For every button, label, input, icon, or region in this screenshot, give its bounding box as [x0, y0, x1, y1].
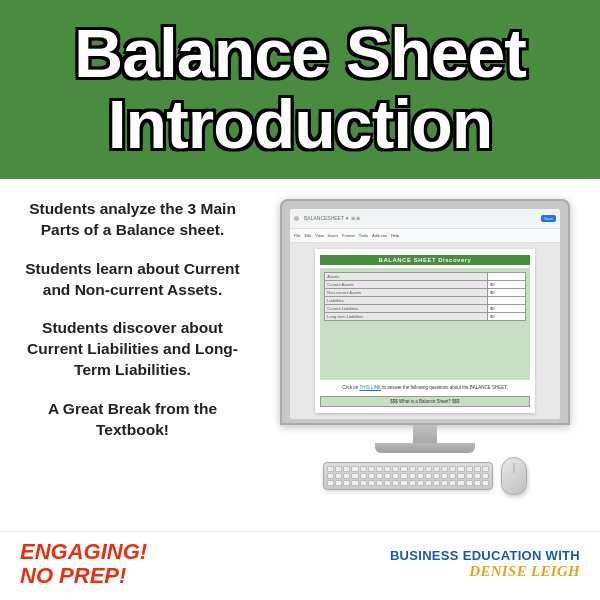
- key: [425, 473, 432, 479]
- table-cell: Liabilities: [325, 296, 488, 304]
- key: [482, 473, 489, 479]
- screen-body: BALANCE SHEET Discovery Assets Cu: [290, 243, 560, 419]
- bullet-4: A Great Break from the Textbook!: [15, 399, 250, 441]
- key: [335, 480, 342, 486]
- key: [351, 480, 358, 486]
- key: [449, 466, 456, 472]
- text-column: Students analyze the 3 Main Parts of a B…: [15, 199, 255, 521]
- table-cell: Long-term Liabilities: [325, 312, 488, 320]
- key: [425, 466, 432, 472]
- key: [417, 466, 424, 472]
- brand-text: BUSINESS EDUCATION WITH Denise Leigh: [390, 548, 580, 580]
- save-button[interactable]: Save: [541, 215, 556, 222]
- table-cell: [487, 296, 525, 304]
- key: [433, 480, 440, 486]
- key: [368, 480, 375, 486]
- tab-text: BALANCESHEET ✦ ⊕ ⊕: [304, 215, 360, 221]
- brand-name: Denise Leigh: [469, 563, 580, 579]
- key: [327, 480, 334, 486]
- key: [433, 466, 440, 472]
- key: [384, 473, 391, 479]
- key: [409, 480, 416, 486]
- key: [327, 466, 334, 472]
- toolbar-edit: Edit: [303, 233, 312, 238]
- no-prep-line: NO PREP!: [20, 564, 147, 588]
- key: [327, 473, 334, 479]
- bullet-3: Students discover about Current Liabilit…: [15, 318, 250, 381]
- key: [360, 466, 367, 472]
- table-row: Long-term Liabilities $0: [325, 312, 525, 320]
- key: [335, 466, 342, 472]
- engaging-text: ENGAGING! NO PREP!: [20, 540, 147, 588]
- key: [368, 473, 375, 479]
- table-row: Liabilities: [325, 296, 525, 304]
- key: [466, 480, 473, 486]
- screen-topbar: BALANCESHEET ✦ ⊕ ⊕ Save: [290, 209, 560, 229]
- monitor-column: BALANCESHEET ✦ ⊕ ⊕ Save File Edit View I…: [265, 199, 585, 521]
- key: [368, 466, 375, 472]
- key: [474, 480, 481, 486]
- key: [343, 480, 350, 486]
- key: [482, 480, 489, 486]
- key: [351, 473, 358, 479]
- key: [409, 466, 416, 472]
- doc-link-text: Click on THIS LINK to answer the followi…: [320, 383, 529, 392]
- key: [360, 480, 367, 486]
- key: [392, 473, 399, 479]
- table-cell: Current Assets: [325, 280, 488, 288]
- keyboard: [323, 462, 493, 490]
- key: [376, 480, 383, 486]
- doc-page: BALANCE SHEET Discovery Assets Cu: [315, 249, 534, 413]
- key: [441, 473, 448, 479]
- key: [384, 466, 391, 472]
- table-cell: [487, 272, 525, 280]
- key: [449, 473, 456, 479]
- monitor-bezel: BALANCESHEET ✦ ⊕ ⊕ Save File Edit View I…: [280, 199, 570, 425]
- key: [400, 480, 407, 486]
- peripherals: [323, 457, 527, 495]
- table-cell: Current Liabilities: [325, 304, 488, 312]
- footer: ENGAGING! NO PREP! BUSINESS EDUCATION WI…: [0, 531, 600, 600]
- key: [441, 466, 448, 472]
- table-cell: $0: [487, 304, 525, 312]
- table-cell: $0: [487, 280, 525, 288]
- table-row: Non-current Assets $0: [325, 288, 525, 296]
- monitor-wrapper: BALANCESHEET ✦ ⊕ ⊕ Save File Edit View I…: [265, 199, 585, 495]
- key: [400, 473, 407, 479]
- key: [433, 473, 440, 479]
- toolbar-view: View: [314, 233, 325, 238]
- key: [457, 473, 464, 479]
- table-row: Current Liabilities $0: [325, 304, 525, 312]
- bullet-1: Students analyze the 3 Main Parts of a B…: [15, 199, 250, 241]
- key: [425, 480, 432, 486]
- doc-table-area: Assets Current Assets $0 No: [320, 268, 529, 381]
- toolbar-help: Help: [390, 233, 400, 238]
- key: [466, 466, 473, 472]
- page-title: Balance SheetIntroduction: [74, 18, 526, 161]
- key: [457, 466, 464, 472]
- key: [474, 466, 481, 472]
- doc-title: BALANCE SHEET Discovery: [320, 255, 529, 265]
- header-banner: Balance SheetIntroduction: [0, 0, 600, 179]
- key: [417, 473, 424, 479]
- key: [457, 480, 464, 486]
- table-cell: $0: [487, 288, 525, 296]
- doc-link[interactable]: THIS LINK: [359, 385, 381, 390]
- balance-sheet-table: Assets Current Assets $0 No: [324, 272, 525, 321]
- key: [392, 480, 399, 486]
- tab-dot: [294, 216, 299, 221]
- mouse: [501, 457, 527, 495]
- key: [409, 473, 416, 479]
- toolbar-tools: Tools: [358, 233, 369, 238]
- key: [351, 466, 358, 472]
- key: [335, 473, 342, 479]
- engaging-line1: ENGAGING!: [20, 540, 147, 564]
- table-row: Assets: [325, 272, 525, 280]
- key: [474, 473, 481, 479]
- key: [482, 466, 489, 472]
- key: [466, 473, 473, 479]
- toolbar-file: File: [293, 233, 301, 238]
- toolbar-format: Format: [341, 233, 356, 238]
- monitor-screen: BALANCESHEET ✦ ⊕ ⊕ Save File Edit View I…: [290, 209, 560, 419]
- screen-toolbar: File Edit View Insert Format Tools Add-o…: [290, 229, 560, 243]
